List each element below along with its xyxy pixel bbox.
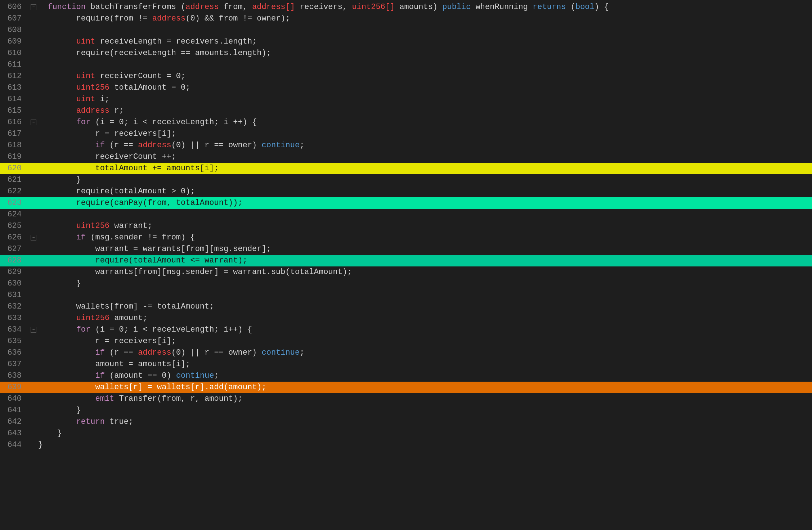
code-row: 628 require(totalAmount <= warrant);: [0, 255, 812, 266]
code-row: 615 address r;: [0, 105, 812, 117]
code-row: 626− if (msg.sender != from) {: [0, 232, 812, 243]
line-content: [38, 24, 812, 36]
line-number: 614: [0, 94, 29, 105]
line-content: for (i = 0; i < receiveLength; i++) {: [38, 324, 812, 336]
code-row: 634− for (i = 0; i < receiveLength; i++)…: [0, 324, 812, 336]
line-number: 609: [0, 36, 29, 48]
code-row: 620 totalAmount += amounts[i];: [0, 163, 812, 174]
code-row: 641 }: [0, 405, 812, 416]
line-number: 640: [0, 393, 29, 405]
line-number: 635: [0, 336, 29, 347]
line-number: 631: [0, 289, 29, 301]
line-number: 632: [0, 301, 29, 313]
line-content: receiverCount ++;: [38, 151, 812, 163]
line-number: 607: [0, 13, 29, 24]
line-content: r = receivers[i];: [38, 336, 812, 347]
code-editor: 606− function batchTransferFroms (addres…: [0, 0, 812, 530]
line-content: warrant = warrants[from][msg.sender];: [38, 243, 812, 255]
line-content: address r;: [38, 105, 812, 117]
code-row: 629 warrants[from][msg.sender] = warrant…: [0, 266, 812, 278]
line-content: }: [38, 174, 812, 186]
line-number: 633: [0, 313, 29, 324]
code-row: 610 require(receiveLength == amounts.len…: [0, 48, 812, 59]
line-content: uint receiveLength = receivers.length;: [38, 36, 812, 48]
line-number: 615: [0, 105, 29, 117]
line-number: 616: [0, 117, 29, 128]
line-content: }: [38, 405, 812, 416]
line-content: r = receivers[i];: [38, 128, 812, 140]
code-row: 623 require(canPay(from, totalAmount));: [0, 197, 812, 209]
code-row: 642 return true;: [0, 416, 812, 428]
code-row: 631: [0, 289, 812, 301]
fold-icon[interactable]: −: [31, 120, 36, 125]
line-content: uint i;: [38, 94, 812, 105]
line-number: 644: [0, 439, 29, 451]
code-row: 632 wallets[from] -= totalAmount;: [0, 301, 812, 313]
line-number: 624: [0, 209, 29, 220]
line-content: [38, 59, 812, 71]
fold-icon[interactable]: −: [31, 4, 36, 10]
line-content: require(receiveLength == amounts.length)…: [38, 48, 812, 59]
line-content: uint256 amount;: [38, 313, 812, 324]
fold-icon[interactable]: −: [31, 327, 36, 333]
line-content: require(totalAmount <= warrant);: [38, 255, 812, 266]
line-number: 628: [0, 255, 29, 266]
code-row: 611: [0, 59, 812, 71]
code-row: 617 r = receivers[i];: [0, 128, 812, 140]
line-number: 612: [0, 71, 29, 82]
code-row: 606− function batchTransferFroms (addres…: [0, 1, 812, 13]
line-number: 618: [0, 140, 29, 151]
code-row: 636 if (r == address(0) || r == owner) c…: [0, 347, 812, 359]
line-number: 638: [0, 370, 29, 382]
line-number: 622: [0, 186, 29, 197]
line-content: return true;: [38, 416, 812, 428]
line-content: uint256 totalAmount = 0;: [38, 82, 812, 94]
line-content: }: [38, 428, 812, 439]
line-content: require(totalAmount > 0);: [38, 186, 812, 197]
line-content: warrants[from][msg.sender] = warrant.sub…: [38, 266, 812, 278]
line-number: 639: [0, 382, 29, 393]
line-content: emit Transfer(from, r, amount);: [38, 393, 812, 405]
line-number: 623: [0, 197, 29, 209]
line-number: 627: [0, 243, 29, 255]
code-row: 619 receiverCount ++;: [0, 151, 812, 163]
line-content: }: [38, 439, 812, 451]
code-row: 643 }: [0, 428, 812, 439]
line-content: }: [38, 278, 812, 289]
code-row: 627 warrant = warrants[from][msg.sender]…: [0, 243, 812, 255]
line-number: 637: [0, 359, 29, 370]
line-number: 621: [0, 174, 29, 186]
code-row: 644}: [0, 439, 812, 451]
code-row: 624: [0, 209, 812, 220]
line-number: 634: [0, 324, 29, 336]
line-content: [38, 289, 812, 301]
line-number: 643: [0, 428, 29, 439]
code-row: 630 }: [0, 278, 812, 289]
code-row: 616− for (i = 0; i < receiveLength; i ++…: [0, 117, 812, 128]
code-row: 639 wallets[r] = wallets[r].add(amount);: [0, 382, 812, 393]
fold-icon[interactable]: −: [31, 235, 36, 241]
line-number: 636: [0, 347, 29, 359]
code-row: 618 if (r == address(0) || r == owner) c…: [0, 140, 812, 151]
line-content: totalAmount += amounts[i];: [38, 163, 812, 174]
line-number: 629: [0, 266, 29, 278]
line-content: uint256 warrant;: [38, 220, 812, 232]
code-row: 621 }: [0, 174, 812, 186]
line-content: wallets[r] = wallets[r].add(amount);: [38, 382, 812, 393]
code-row: 640 emit Transfer(from, r, amount);: [0, 393, 812, 405]
line-number: 630: [0, 278, 29, 289]
line-content: if (amount == 0) continue;: [38, 370, 812, 382]
line-number: 610: [0, 48, 29, 59]
line-number: 620: [0, 163, 29, 174]
line-number: 642: [0, 416, 29, 428]
code-row: 625 uint256 warrant;: [0, 220, 812, 232]
line-content: amount = amounts[i];: [38, 359, 812, 370]
code-row: 607 require(from != address(0) && from !…: [0, 13, 812, 24]
code-row: 612 uint receiverCount = 0;: [0, 71, 812, 82]
line-content: function batchTransferFroms (address fro…: [38, 1, 812, 13]
line-content: require(canPay(from, totalAmount));: [38, 197, 812, 209]
code-row: 622 require(totalAmount > 0);: [0, 186, 812, 197]
line-number: 611: [0, 59, 29, 71]
line-content: require(from != address(0) && from != ow…: [38, 13, 812, 24]
code-row: 638 if (amount == 0) continue;: [0, 370, 812, 382]
